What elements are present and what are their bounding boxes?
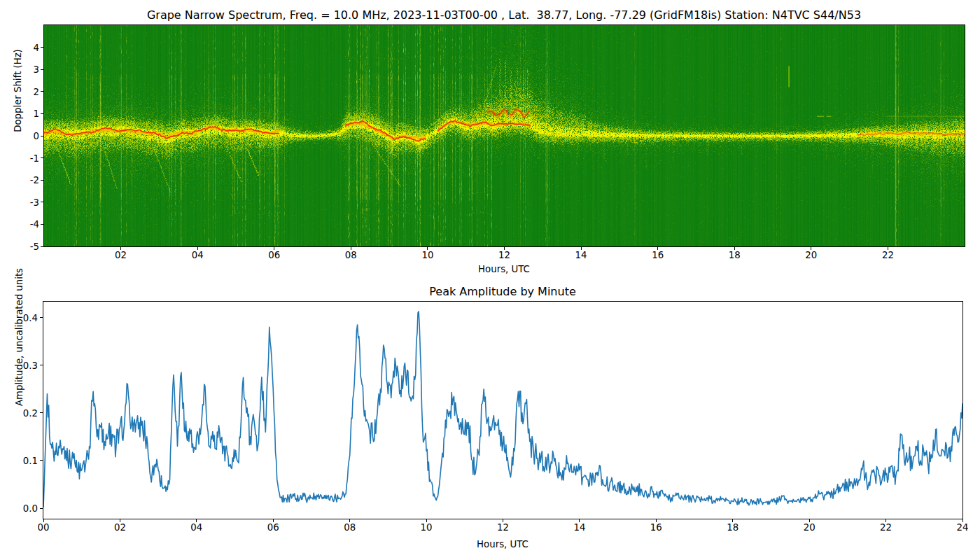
amp-xtick-label: 22	[880, 522, 892, 533]
tick-mark	[581, 247, 582, 250]
amplitude-title: Peak Amplitude by Minute	[429, 285, 576, 298]
spec-xtick-label: 02	[115, 250, 127, 260]
amp-xtick-label: 04	[190, 522, 202, 533]
amp-ytick-label: 0.3	[14, 360, 38, 370]
amp-xtick-label: 00	[38, 522, 50, 533]
amp-xtick-label: 08	[344, 522, 356, 533]
spectrogram-canvas	[43, 24, 965, 247]
tick-mark	[962, 519, 963, 522]
spec-xtick-label: 10	[421, 250, 433, 260]
spec-xtick-label: 14	[575, 250, 587, 260]
amplitude-xlabel: Hours, UTC	[477, 539, 528, 550]
tick-mark	[657, 247, 658, 250]
tick-mark	[504, 247, 505, 250]
spec-xtick-label: 18	[729, 250, 741, 260]
tick-mark	[40, 508, 43, 509]
amp-xtick-label: 02	[114, 522, 126, 533]
tick-mark	[41, 180, 43, 181]
amp-xtick-label: 20	[804, 522, 816, 533]
tick-mark	[656, 519, 657, 522]
spec-xtick-label: 12	[498, 250, 510, 260]
amplitude-canvas	[43, 301, 963, 519]
spec-xtick-label: 16	[652, 250, 664, 260]
tick-mark	[40, 460, 43, 461]
spec-ytick-label: 2	[15, 86, 39, 97]
tick-mark	[503, 519, 503, 522]
spec-xtick-label: 20	[805, 250, 817, 260]
amp-xtick-label: 12	[497, 522, 509, 533]
tick-mark	[426, 519, 427, 522]
tick-mark	[888, 247, 888, 250]
amp-ytick-label: 0.0	[14, 503, 38, 514]
amp-xtick-label: 24	[957, 522, 969, 533]
tick-mark	[41, 113, 43, 114]
spec-ytick-label: -5	[15, 241, 39, 252]
spec-ytick-label: -4	[15, 219, 39, 230]
spec-xtick-label: 22	[882, 250, 894, 260]
tick-mark	[41, 246, 43, 247]
figure-page: Grape Narrow Spectrum, Freq. = 10.0 MHz,…	[0, 0, 980, 560]
tick-mark	[41, 202, 43, 202]
spectrogram-xlabel: Hours, UTC	[478, 264, 530, 274]
tick-mark	[351, 247, 351, 250]
tick-mark	[273, 519, 274, 522]
tick-mark	[120, 247, 121, 250]
tick-mark	[120, 519, 120, 522]
spec-ytick-label: -3	[15, 197, 39, 207]
tick-mark	[274, 247, 274, 250]
spec-ytick-label: -2	[15, 175, 39, 186]
amp-ytick-label: 0.2	[14, 407, 38, 418]
amp-xtick-label: 16	[650, 522, 662, 533]
amp-xtick-label: 14	[573, 522, 585, 533]
tick-mark	[41, 158, 43, 158]
tick-mark	[40, 317, 43, 318]
tick-mark	[40, 412, 43, 413]
tick-mark	[579, 519, 580, 522]
tick-mark	[41, 136, 43, 136]
tick-mark	[41, 69, 43, 70]
tick-mark	[43, 519, 44, 522]
amp-ytick-label: 0.1	[14, 455, 38, 465]
amplitude-ylabel: Amplitude, uncalibrated units	[14, 264, 24, 411]
tick-mark	[427, 247, 428, 250]
spec-ytick-label: 4	[15, 42, 39, 52]
spec-xtick-label: 06	[268, 250, 280, 260]
spec-ytick-label: 3	[15, 64, 39, 75]
spectrogram-title: Grape Narrow Spectrum, Freq. = 10.0 MHz,…	[147, 8, 861, 22]
tick-mark	[41, 224, 43, 225]
spec-ytick-label: -1	[15, 153, 39, 163]
amp-ytick-label: 0.4	[14, 312, 38, 323]
tick-mark	[734, 247, 735, 250]
tick-mark	[197, 247, 198, 250]
amp-xtick-label: 10	[421, 522, 433, 533]
spec-xtick-label: 08	[345, 250, 357, 260]
spec-ytick-label: 0	[15, 131, 39, 141]
tick-mark	[809, 519, 810, 522]
amp-xtick-label: 18	[727, 522, 738, 533]
tick-mark	[732, 519, 733, 522]
tick-mark	[41, 47, 43, 48]
tick-mark	[811, 247, 811, 250]
tick-mark	[349, 519, 350, 522]
spec-xtick-label: 04	[192, 250, 204, 260]
tick-mark	[41, 91, 43, 92]
tick-mark	[40, 365, 43, 365]
tick-mark	[886, 519, 886, 522]
amp-xtick-label: 06	[267, 522, 279, 533]
tick-mark	[196, 519, 197, 522]
spec-ytick-label: 1	[15, 108, 39, 119]
